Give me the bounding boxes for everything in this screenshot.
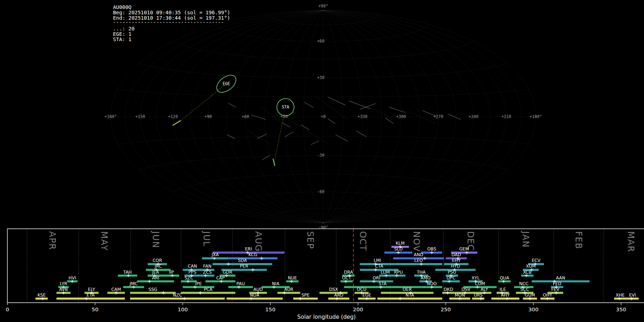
shower-bar xyxy=(181,292,235,294)
shower-bar xyxy=(377,298,442,300)
shower-NUE: NUE xyxy=(286,275,298,283)
meteor-trail xyxy=(304,102,313,108)
x-tick-label: 300 xyxy=(528,306,538,313)
shower-code-label: IIP xyxy=(169,270,174,275)
shower-bar xyxy=(226,298,283,300)
month-label: JUN xyxy=(151,230,161,248)
shower-code-label: LEO xyxy=(414,258,423,263)
shower-code-label: HVI xyxy=(69,275,76,280)
shower-bar xyxy=(228,257,277,259)
shower-code-label: IPE xyxy=(195,281,202,286)
shower-code-label: GUM xyxy=(525,293,535,298)
shower-code-label: DSV xyxy=(462,287,471,292)
x-tick-label: 200 xyxy=(353,306,363,313)
shower-peak-marker xyxy=(260,257,263,260)
month-label: APR xyxy=(47,231,57,250)
shower-code-label: ELY xyxy=(88,287,96,292)
shower-code-label: AUD xyxy=(253,287,263,292)
shower-code-label: RPU xyxy=(394,270,402,275)
shower-code-label: JMC xyxy=(129,281,137,286)
shower-code-label: OCU xyxy=(357,287,366,292)
x-tick-label: 250 xyxy=(441,306,451,313)
shower-code-label: ERI xyxy=(245,247,252,252)
shower-bar xyxy=(130,292,176,294)
month-label: MAR xyxy=(626,231,636,252)
shower-peak-marker xyxy=(423,257,426,260)
shower-code-label: URS xyxy=(474,293,483,298)
shower-DKD: DKD xyxy=(442,287,454,294)
shower-code-label: JEA xyxy=(152,270,159,275)
month-label: JUL xyxy=(201,230,211,247)
meteor-trail xyxy=(349,101,371,109)
meteor-trail xyxy=(285,132,293,137)
shower-peak-marker xyxy=(183,297,186,300)
shower-peak-marker xyxy=(148,280,151,283)
shower-peak-marker xyxy=(251,268,254,272)
shower-code-label: NTA xyxy=(406,293,414,298)
shower-code-label: PAU xyxy=(236,281,245,286)
shower-code-label: AVB xyxy=(59,287,68,292)
shower-code-label: ILE xyxy=(499,287,506,292)
x-tick-label: 50 xyxy=(92,306,98,313)
shower-code-label: AND xyxy=(414,252,424,257)
meteor-trail xyxy=(283,123,291,127)
shower-code-label: PPS xyxy=(189,270,196,275)
shower-code-label: LUM xyxy=(381,270,390,275)
meteor-radiant-app: AU000Q Beg: 20251010 09:40:35 (sol = 196… xyxy=(0,0,644,322)
shower-code-label: NCC xyxy=(519,281,528,286)
shower-code-label: GDR xyxy=(223,270,233,275)
shower-bar xyxy=(328,298,350,300)
shower-code-label: ECV xyxy=(532,258,541,263)
shower-peak-marker xyxy=(399,297,402,300)
shower-meteor-backtrack xyxy=(274,116,284,162)
shower-bar xyxy=(472,298,484,300)
shower-bar xyxy=(391,274,405,277)
shower-code-label: DRA xyxy=(344,270,353,275)
month-label: SEP xyxy=(305,231,315,249)
month-label: FEB xyxy=(574,231,584,249)
shower-code-label: OHY xyxy=(543,293,552,298)
shower-OCT: OCT xyxy=(341,275,353,283)
shower-code-label: CTA xyxy=(375,264,384,269)
shower-bar xyxy=(360,269,399,271)
lon-label: +120 xyxy=(168,114,178,119)
shower-code-label: OBS xyxy=(427,247,436,252)
shower-GUM: GUM xyxy=(523,293,537,300)
station-id: AU000Q xyxy=(113,4,132,10)
shower-AHY: AHY xyxy=(491,293,519,300)
month-label: OCT xyxy=(358,231,368,251)
shower-code-label: KLM xyxy=(396,241,405,246)
meteor-backtrack xyxy=(293,122,330,145)
shower-bar xyxy=(360,280,393,282)
shower-code-label: XCB xyxy=(523,270,532,275)
lon-label: +240 xyxy=(469,114,479,119)
shower-bar xyxy=(491,298,519,300)
shower-meteor-trail xyxy=(273,159,275,165)
shower-code-label: EVI xyxy=(629,293,636,298)
lon-label: +270 xyxy=(433,114,443,119)
shower-code-label: COR xyxy=(153,258,162,263)
divider-line: ------------------------------------ xyxy=(113,19,224,25)
lat-label: -30 xyxy=(317,153,325,158)
meteor-trail xyxy=(389,107,405,113)
shower-code-label: CAM xyxy=(111,287,121,292)
meteor-trail xyxy=(301,125,309,130)
shower-code-label: FAN xyxy=(203,264,211,269)
shower-bar xyxy=(395,263,442,265)
shower-code-label: CAP xyxy=(216,275,225,280)
lat-label: -60 xyxy=(317,189,325,194)
shower-bar xyxy=(293,298,318,300)
shower-code-label: OCT xyxy=(342,275,351,280)
shower-code-label: LYR xyxy=(60,281,67,286)
shower-code-label: AUR xyxy=(284,287,294,292)
radiants: EGESTA xyxy=(214,72,294,116)
shower-bar xyxy=(200,274,214,277)
shower-code-label: ETA xyxy=(87,293,95,298)
shower-code-label: PCA xyxy=(204,287,213,292)
shower-code-label: LMI xyxy=(374,258,381,263)
meteor-trail xyxy=(328,119,335,124)
shower-code-label: NZC xyxy=(173,293,182,298)
meteor-trail xyxy=(422,111,436,116)
shower-code-label: FED xyxy=(553,281,561,286)
shower-OBS: OBS xyxy=(421,247,442,254)
